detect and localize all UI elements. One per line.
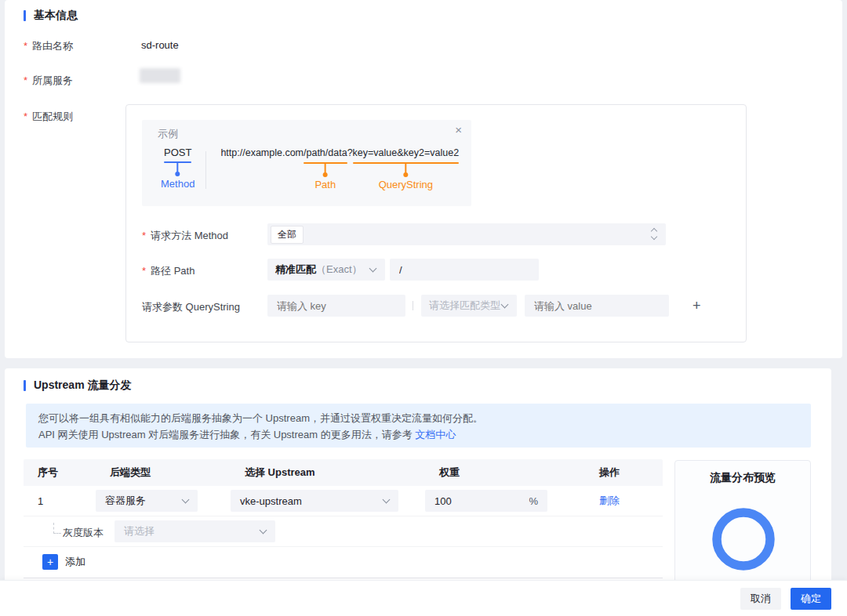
url-query-segment: key=value&key2=value2 QueryString <box>353 147 460 158</box>
method-marker: Method <box>161 163 194 190</box>
url-path-segment: /path/data Path <box>304 147 347 158</box>
upstream-card: Upstream 流量分发 您可以将一组具有相似能力的后端服务抽象为一个 Ups… <box>5 368 831 616</box>
example-title: 示例 <box>158 127 178 141</box>
close-icon[interactable]: × <box>455 124 462 136</box>
querystring-dot-icon <box>403 172 408 177</box>
backend-type-value: 容器服务 <box>105 494 146 508</box>
tree-connector <box>53 523 61 534</box>
query-match-type-select[interactable]: 请选择匹配类型 <box>421 295 517 317</box>
banner-line2: API 网关使用 Upstream 对后端服务进行抽象，有关 Upstream … <box>38 426 798 443</box>
required-asterisk: * <box>142 230 146 241</box>
required-asterisk: * <box>142 265 146 277</box>
gray-release-label: 灰度版本 <box>63 526 104 540</box>
plus-icon: + <box>42 554 58 570</box>
basic-info-title: 基本信息 <box>24 9 78 23</box>
method-dot-icon <box>176 172 180 176</box>
query-divider <box>413 301 413 310</box>
path-marker: Path <box>314 164 336 190</box>
method-select[interactable]: 全部 <box>267 223 666 245</box>
path-field-label: *路径 Path <box>142 264 194 278</box>
gray-release-select[interactable]: 请选择 <box>115 520 275 542</box>
example-url: http://example.com /path/data Path ? key… <box>220 147 459 158</box>
url-host-segment: http://example.com <box>220 147 304 158</box>
section-accent-bar <box>24 380 26 391</box>
header-action: 操作 <box>585 466 644 480</box>
add-row: + 添加 <box>24 547 663 578</box>
form-footer: 取消 确定 <box>0 580 847 616</box>
required-asterisk: * <box>24 111 27 122</box>
weight-unit: % <box>529 495 547 507</box>
weight-input[interactable] <box>425 495 529 507</box>
required-asterisk: * <box>24 74 27 86</box>
cancel-button[interactable]: 取消 <box>740 588 781 610</box>
header-weight: 权重 <box>425 466 585 480</box>
example-divider <box>205 151 206 189</box>
path-dot-icon <box>323 172 328 177</box>
add-upstream-button[interactable]: + 添加 <box>42 554 85 570</box>
chevron-down-icon <box>369 265 377 273</box>
row-index: 1 <box>24 495 96 507</box>
gray-release-row: 灰度版本 请选择 <box>24 516 663 547</box>
table-row: 1 容器服务 vke-upstream % <box>24 486 663 516</box>
route-name-label: *路由名称 <box>24 39 73 53</box>
path-match-type-value: 精准匹配 <box>275 263 316 277</box>
path-match-type-en: （Exact） <box>316 263 362 277</box>
path-input[interactable] <box>390 259 539 281</box>
example-diagram: POST Method http://example.com /path/dat… <box>164 147 459 189</box>
upstream-select[interactable]: vke-upstream <box>231 490 398 512</box>
banner-line1: 您可以将一组具有相似能力的后端服务抽象为一个 Upstream，并通过设置权重决… <box>38 410 798 426</box>
match-rule-panel: 示例 × POST Method http://example.com <box>125 104 747 342</box>
upstream-table: 序号 后端类型 选择 Upstream 权重 操作 1 容器服务 vke-ups… <box>24 459 663 578</box>
upstream-title: Upstream 流量分发 <box>24 379 131 393</box>
method-field-label: *请求方法 Method <box>142 229 228 243</box>
table-header-row: 序号 后端类型 选择 Upstream 权重 操作 <box>24 459 663 486</box>
querystring-field-label: 请求参数 QueryString <box>142 300 240 314</box>
querystring-marker-label: QueryString <box>379 179 433 190</box>
basic-info-card: 基本信息 *路由名称 sd-route *所属服务 *匹配规则 示例 × POS… <box>5 0 842 358</box>
section-title-text: 基本信息 <box>34 9 78 23</box>
query-value-input[interactable] <box>525 295 669 317</box>
path-marker-label: Path <box>314 179 336 190</box>
chevron-down-icon <box>501 301 509 309</box>
required-asterisk: * <box>24 40 27 52</box>
confirm-button[interactable]: 确定 <box>791 588 831 610</box>
path-match-type-select[interactable]: 精准匹配 （Exact） <box>267 259 385 281</box>
route-name-value: sd-route <box>141 39 179 51</box>
match-rule-label: *匹配规则 <box>24 110 73 124</box>
service-label: *所属服务 <box>24 74 73 88</box>
traffic-donut-chart <box>711 507 776 571</box>
url-separator: ? <box>347 147 353 158</box>
header-upstream: 选择 Upstream <box>231 466 425 480</box>
query-match-type-placeholder: 请选择匹配类型 <box>429 299 500 313</box>
chevron-down-icon <box>260 527 267 534</box>
add-button-label: 添加 <box>65 555 85 569</box>
backend-type-select[interactable]: 容器服务 <box>96 490 198 512</box>
example-method-segment: POST Method <box>164 147 191 158</box>
route-form-page: 基本信息 *路由名称 sd-route *所属服务 *匹配规则 示例 × POS… <box>0 0 847 616</box>
delete-link[interactable]: 删除 <box>599 495 620 506</box>
upstream-info-banner: 您可以将一组具有相似能力的后端服务抽象为一个 Upstream，并通过设置权重决… <box>26 404 811 448</box>
service-value-redacted <box>140 68 180 83</box>
example-box: 示例 × POST Method http://example.com <box>142 120 471 206</box>
method-marker-label: Method <box>161 178 194 190</box>
method-selected-tag: 全部 <box>271 226 304 244</box>
add-query-param-icon[interactable]: + <box>693 299 701 313</box>
gray-release-placeholder: 请选择 <box>124 524 154 538</box>
docs-center-link[interactable]: 文档中心 <box>415 429 456 440</box>
section-accent-bar <box>24 10 26 21</box>
weight-input-wrap: % <box>425 490 547 512</box>
chevron-down-icon <box>383 496 391 504</box>
section-title-text: Upstream 流量分发 <box>34 379 131 393</box>
querystring-marker: QueryString <box>379 164 433 190</box>
upstream-value: vke-upstream <box>240 495 302 507</box>
select-arrows-icon <box>652 229 656 239</box>
header-backend-type: 后端类型 <box>96 466 231 480</box>
header-index: 序号 <box>24 466 96 480</box>
traffic-preview-title: 流量分布预览 <box>675 471 810 485</box>
query-key-input[interactable] <box>267 295 405 317</box>
chevron-down-icon <box>182 496 190 504</box>
